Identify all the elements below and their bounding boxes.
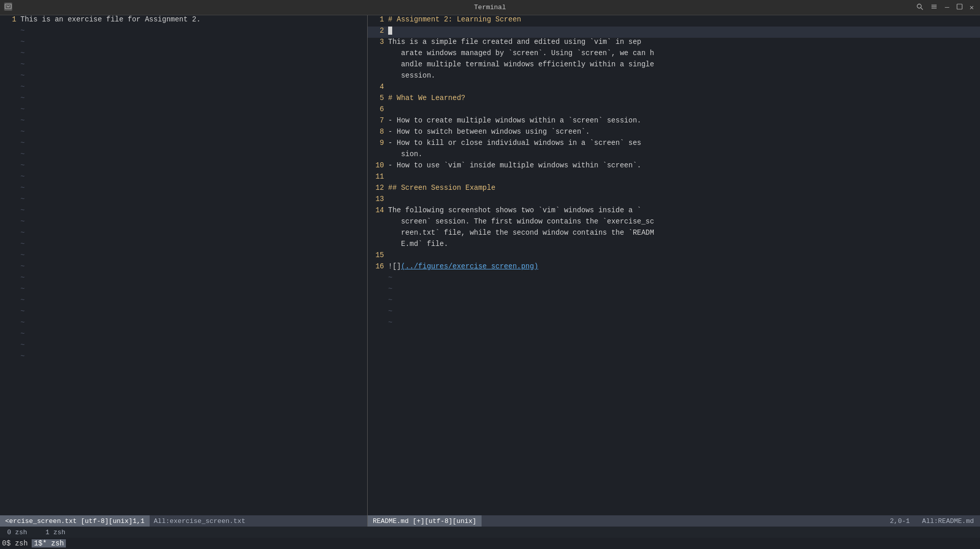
right-line-1: 1 # Assignment 2: Learning Screen — [368, 15, 980, 27]
right-line-text-2 — [388, 27, 392, 35]
right-line-num-14: 14 — [370, 206, 388, 214]
right-line-text-9: - How to kill or close individual window… — [388, 139, 641, 147]
window-title: Terminal — [474, 4, 506, 11]
menu-icon[interactable] — [928, 3, 940, 12]
right-line-num-8: 8 — [370, 128, 388, 136]
tilde-5: ~ — [0, 60, 367, 71]
tilde-6: ~ — [0, 71, 367, 83]
line-1: 1 This is an exercise file for Assignmen… — [0, 15, 367, 27]
tilde-3: ~ — [0, 38, 367, 49]
right-line-9: 9 - How to kill or close individual wind… — [368, 139, 980, 150]
svg-rect-8 — [957, 4, 962, 9]
panes: 1 This is an exercise file for Assignmen… — [0, 15, 980, 515]
right-line-num-16: 16 — [370, 262, 388, 270]
right-line-text-16: ![](../figures/exercise_screen.png) — [388, 262, 538, 270]
status-section: <ercise_screen.txt [utf-8][unix]1,1 All:… — [0, 515, 980, 527]
right-line-3: 3 This is a simple file created and edit… — [368, 38, 980, 49]
right-line-num-3: 3 — [370, 38, 388, 46]
right-line-num-9: 9 — [370, 139, 388, 147]
left-status-bar: <ercise_screen.txt [utf-8][unix]1,1 All:… — [0, 515, 368, 527]
svg-rect-0 — [5, 4, 11, 9]
search-icon[interactable] — [914, 3, 925, 12]
tilde-16: ~ — [0, 184, 367, 195]
right-line-text-14c: reen.txt` file, while the second window … — [388, 229, 654, 237]
tilde-8: ~ — [0, 94, 367, 105]
screen-tab-1[interactable]: 1 zsh — [40, 527, 70, 538]
tilde-28: ~ — [0, 318, 367, 330]
right-line-16: 16 ![](../figures/exercise_screen.png) — [368, 262, 980, 273]
tilde-29: ~ — [0, 330, 367, 341]
right-line-3b: arate windows managed by `screen`. Using… — [368, 49, 980, 60]
right-line-text-3: This is a simple file created and edited… — [388, 38, 641, 46]
right-pane[interactable]: 1 # Assignment 2: Learning Screen 2 3 Th… — [368, 15, 980, 515]
right-line-text-5: # What We Learned? — [388, 94, 465, 102]
right-status-name: README.md [+][utf-8][unix] — [368, 515, 482, 527]
app-icon — [4, 3, 12, 11]
close-button[interactable]: ✕ — [968, 3, 976, 12]
tilde-12: ~ — [0, 139, 367, 150]
right-status-all: All:README.md — [916, 517, 980, 525]
cmdline-active-tab: 1$* zsh — [32, 539, 66, 547]
right-line-num-1: 1 — [370, 15, 388, 23]
right-line-9b: sion. — [368, 150, 980, 161]
tilde-24: ~ — [0, 273, 367, 285]
restore-button[interactable] — [954, 4, 965, 12]
minimize-button[interactable]: ─ — [943, 4, 951, 12]
right-line-num-7: 7 — [370, 116, 388, 124]
screen-tab-0[interactable]: 0 zsh — [2, 527, 32, 538]
right-line-4: 4 — [368, 83, 980, 94]
right-line-num-10: 10 — [370, 161, 388, 169]
left-vim-content: 1 This is an exercise file for Assignmen… — [0, 15, 367, 515]
tilde-30: ~ — [0, 341, 367, 352]
right-line-11: 11 — [368, 172, 980, 184]
right-line-5: 5 # What We Learned? — [368, 94, 980, 105]
svg-point-3 — [917, 4, 921, 8]
tilde-2: ~ — [0, 27, 367, 38]
right-tilde-5: ~ — [368, 318, 980, 330]
left-status-filename: <ercise_screen.txt [utf-8][unix]1,1 — [5, 517, 145, 525]
right-line-text-10: - How to use `vim` inside multiple windo… — [388, 161, 641, 169]
tilde-22: ~ — [0, 251, 367, 262]
right-line-14d: E.md` file. — [368, 240, 980, 251]
tilde-27: ~ — [0, 307, 367, 318]
title-bar-left — [4, 3, 12, 12]
tilde-4: ~ — [0, 49, 367, 60]
tilde-14: ~ — [0, 161, 367, 172]
right-line-text-1: # Assignment 2: Learning Screen — [388, 15, 521, 23]
right-line-num-13: 13 — [370, 195, 388, 203]
right-line-6: 6 — [368, 105, 980, 116]
left-status-name: <ercise_screen.txt [utf-8][unix]1,1 — [0, 515, 150, 527]
right-status-pos: 2,0-1 — [884, 517, 916, 525]
right-line-8: 8 - How to switch between windows using … — [368, 128, 980, 139]
right-line-text-14b: screen` session. The first window contai… — [388, 217, 654, 226]
right-line-num-11: 11 — [370, 172, 388, 181]
tilde-18: ~ — [0, 206, 367, 217]
right-line-7: 7 - How to create multiple windows withi… — [368, 116, 980, 128]
right-line-15: 15 — [368, 251, 980, 262]
right-line-text-14d: E.md` file. — [388, 240, 448, 248]
right-line-num-4: 4 — [370, 83, 388, 91]
tilde-17: ~ — [0, 195, 367, 206]
left-status-middle: All:exercise_screen.txt — [150, 517, 367, 525]
tilde-20: ~ — [0, 229, 367, 240]
right-line-10: 10 - How to use `vim` inside multiple wi… — [368, 161, 980, 172]
right-tilde-2: ~ — [368, 285, 980, 296]
tilde-10: ~ — [0, 116, 367, 128]
right-line-3d: session. — [368, 71, 980, 83]
right-line-text-3d: session. — [388, 71, 435, 80]
tilde-15: ~ — [0, 172, 367, 184]
left-pane[interactable]: 1 This is an exercise file for Assignmen… — [0, 15, 368, 515]
right-line-text-3c: andle multiple terminal windows efficien… — [388, 60, 654, 68]
tilde-25: ~ — [0, 285, 367, 296]
right-line-14c: reen.txt` file, while the second window … — [368, 229, 980, 240]
right-line-3c: andle multiple terminal windows efficien… — [368, 60, 980, 71]
tilde-13: ~ — [0, 150, 367, 161]
tilde-9: ~ — [0, 105, 367, 116]
right-line-text-14: The following screenshot shows two `vim`… — [388, 206, 641, 214]
tilde-23: ~ — [0, 262, 367, 273]
right-line-num-15: 15 — [370, 251, 388, 259]
line-num-1: 1 — [2, 15, 20, 23]
right-line-num-5: 5 — [370, 94, 388, 102]
right-status-bar: README.md [+][utf-8][unix] 2,0-1 All:REA… — [368, 515, 980, 527]
right-line-text-7: - How to create multiple windows within … — [388, 116, 641, 124]
